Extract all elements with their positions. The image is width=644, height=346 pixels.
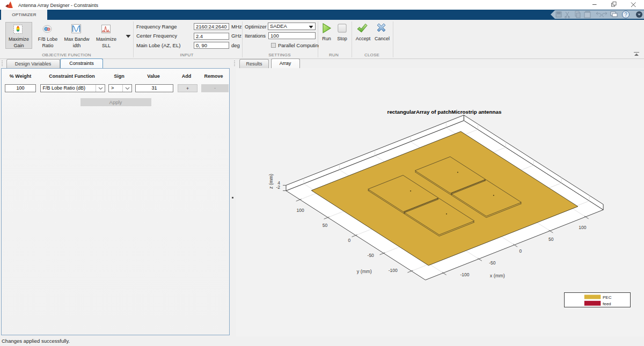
svg-text:50: 50 xyxy=(323,222,328,227)
svg-text:y (mm): y (mm) xyxy=(357,269,372,274)
svg-text:z (mm): z (mm) xyxy=(268,174,274,189)
svg-text:rectangularArray of patchMicro: rectangularArray of patchMicrostrip ante… xyxy=(387,109,502,115)
svg-text:feed: feed xyxy=(603,301,611,306)
svg-text:0: 0 xyxy=(348,237,350,242)
svg-text:?: ? xyxy=(624,12,627,18)
svg-text:x (mm): x (mm) xyxy=(490,273,505,278)
svg-text:PEC: PEC xyxy=(603,295,612,299)
svg-text:-50: -50 xyxy=(368,252,375,257)
svg-text:100: 100 xyxy=(297,208,304,213)
svg-text:-100: -100 xyxy=(389,267,398,273)
svg-text:-50: -50 xyxy=(489,260,496,265)
svg-text:100: 100 xyxy=(579,225,586,230)
svg-text:-100: -100 xyxy=(460,271,469,277)
svg-text:0: 0 xyxy=(519,248,522,254)
svg-text:-2: -2 xyxy=(276,184,280,189)
svg-text:50: 50 xyxy=(548,237,554,242)
